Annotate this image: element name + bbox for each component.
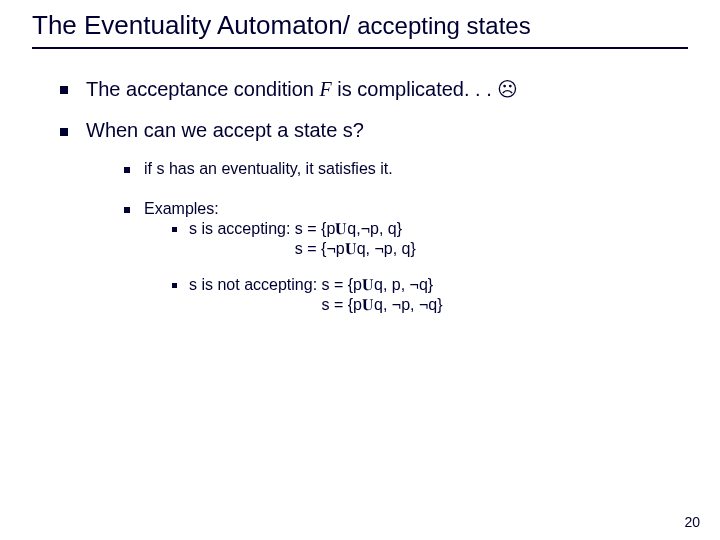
slide: The Eventuality Automaton/ accepting sta…: [0, 0, 720, 314]
example-s1: s = {p𝐔q,¬p, q}: [295, 220, 402, 237]
slide-title: The Eventuality Automaton/ accepting sta…: [32, 10, 688, 49]
bullet-text: The acceptance condition F is complicate…: [86, 77, 518, 101]
example-s2: s = {p𝐔q, ¬p, ¬q}: [322, 296, 443, 313]
example-s1: s = {p𝐔q, p, ¬q}: [322, 276, 434, 293]
frown-icon: ☹: [497, 78, 518, 100]
examples-label: Examples:: [144, 200, 219, 218]
script-f-symbol: F: [320, 78, 332, 100]
bullet-icon: [60, 86, 68, 94]
example-text: s is not accepting: s = {p𝐔q, p, ¬q}: [189, 276, 433, 294]
bullet-icon: [172, 283, 177, 288]
example-not-accepting: s is not accepting: s = {p𝐔q, p, ¬q}: [172, 276, 688, 294]
example-s2: s = {¬p𝐔q, ¬p, q}: [295, 240, 416, 257]
text-pre: The acceptance condition: [86, 78, 320, 100]
subbullet-text: if s has an eventuality, it satisfies it…: [144, 160, 393, 178]
bullet-acceptance-condition: The acceptance condition F is complicate…: [60, 77, 688, 101]
subbullet-examples: Examples:: [124, 200, 688, 218]
subbullet-eventuality: if s has an eventuality, it satisfies it…: [124, 160, 688, 178]
page-number: 20: [684, 514, 700, 530]
example-lead: s is not accepting:: [189, 276, 322, 293]
bullet-icon: [60, 128, 68, 136]
text-post: is complicated. . .: [332, 78, 498, 100]
example-not-accepting-cont: s is not accepting: s = {p𝐔q, ¬p, ¬q}: [189, 296, 688, 314]
bullet-icon: [124, 207, 130, 213]
title-part1: The Eventuality Automaton/: [32, 10, 357, 40]
bullet-icon: [172, 227, 177, 232]
bullet-icon: [124, 167, 130, 173]
bullet-text: When can we accept a state s?: [86, 119, 364, 142]
example-text: s is accepting: s = {p𝐔q,¬p, q}: [189, 220, 402, 238]
example-accepting: s is accepting: s = {p𝐔q,¬p, q}: [172, 220, 688, 238]
example-lead: s is accepting:: [189, 220, 295, 237]
title-part2: accepting states: [357, 12, 530, 39]
example-accepting-cont: s is accepting: s = {¬p𝐔q, ¬p, q}: [189, 240, 688, 258]
bullet-when-accept: When can we accept a state s?: [60, 119, 688, 142]
